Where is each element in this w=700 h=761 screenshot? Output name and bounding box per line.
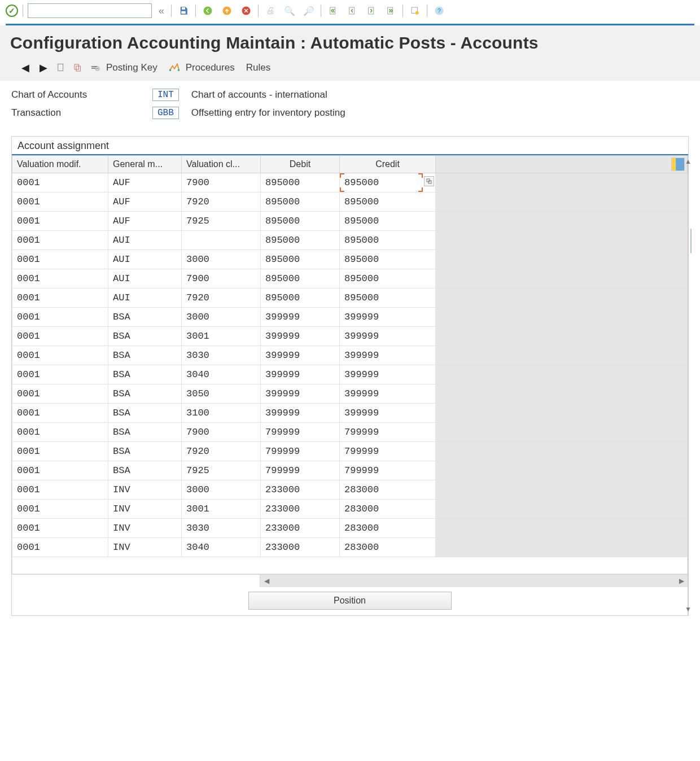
table-row[interactable]: 0001AUF7900895000895000 — [12, 173, 688, 193]
cell-valuation-modif[interactable]: 0001 — [12, 500, 108, 519]
cell-general-modif[interactable]: BSA — [108, 346, 182, 365]
cell-credit[interactable]: 399999 — [340, 365, 436, 384]
delete-icon[interactable] — [89, 63, 100, 73]
cell-credit[interactable]: 895000 — [340, 288, 436, 308]
cell-general-modif[interactable]: INV — [108, 480, 182, 500]
next-entry-icon[interactable]: ▶ — [37, 62, 50, 74]
cell-credit[interactable]: 399999 — [340, 346, 436, 365]
cell-credit[interactable]: 399999 — [340, 384, 436, 404]
cell-valuation-class[interactable]: 7900 — [182, 423, 261, 442]
cell-debit[interactable]: 895000 — [261, 250, 340, 269]
cell-valuation-class[interactable]: 7925 — [182, 212, 261, 231]
cell-valuation-modif[interactable]: 0001 — [12, 288, 108, 308]
cell-valuation-modif[interactable]: 0001 — [12, 269, 108, 288]
cell-credit[interactable]: 799999 — [340, 461, 436, 480]
col-debit[interactable]: Debit — [261, 156, 340, 173]
cell-valuation-class[interactable]: 7920 — [182, 193, 261, 212]
table-row[interactable]: 0001AUF7925895000895000 — [12, 212, 688, 231]
cell-general-modif[interactable]: BSA — [108, 423, 182, 442]
col-valuation-class[interactable]: Valuation cl... — [182, 156, 261, 173]
table-row[interactable]: 0001INV3030233000283000 — [12, 519, 688, 538]
table-row[interactable]: 0001BSA7925799999799999 — [12, 461, 688, 480]
cell-credit[interactable]: 283000 — [340, 519, 436, 538]
table-row[interactable]: 0001AUI3000895000895000 — [12, 250, 688, 269]
position-button[interactable]: Position — [248, 592, 452, 610]
scroll-thumb[interactable] — [690, 229, 692, 253]
col-valuation-modif[interactable]: Valuation modif. — [12, 156, 108, 173]
cell-valuation-modif[interactable]: 0001 — [12, 193, 108, 212]
cell-valuation-modif[interactable]: 0001 — [12, 365, 108, 384]
cancel-icon[interactable] — [239, 3, 253, 18]
cell-valuation-modif[interactable]: 0001 — [12, 442, 108, 461]
scroll-right-icon[interactable]: ▶ — [675, 575, 688, 587]
cell-debit[interactable]: 399999 — [261, 384, 340, 404]
table-row[interactable]: 0001BSA3001399999399999 — [12, 327, 688, 346]
col-general-modif[interactable]: General m... — [108, 156, 182, 173]
cell-debit[interactable]: 799999 — [261, 442, 340, 461]
cell-credit[interactable]: 895000 — [340, 173, 436, 193]
value-help-icon[interactable] — [424, 176, 434, 186]
cell-debit[interactable]: 399999 — [261, 404, 340, 423]
cell-debit[interactable]: 799999 — [261, 423, 340, 442]
cell-debit[interactable]: 399999 — [261, 365, 340, 384]
cell-general-modif[interactable]: AUI — [108, 288, 182, 308]
cell-credit[interactable]: 799999 — [340, 423, 436, 442]
cell-valuation-class[interactable]: 3001 — [182, 500, 261, 519]
cell-credit[interactable]: 283000 — [340, 480, 436, 500]
cell-valuation-class[interactable]: 7900 — [182, 269, 261, 288]
table-row[interactable]: 0001AUF7920895000895000 — [12, 193, 688, 212]
cell-valuation-class[interactable]: 7920 — [182, 288, 261, 308]
cell-valuation-modif[interactable]: 0001 — [12, 231, 108, 250]
rules-button[interactable]: Rules — [246, 62, 270, 73]
table-row[interactable]: 0001BSA3030399999399999 — [12, 346, 688, 365]
cell-general-modif[interactable]: BSA — [108, 308, 182, 327]
next-page-icon[interactable] — [364, 3, 379, 18]
cell-valuation-modif[interactable]: 0001 — [12, 423, 108, 442]
vertical-scrollbar[interactable]: ▲ ▼ — [688, 155, 688, 615]
cell-valuation-class[interactable] — [182, 231, 261, 250]
table-row[interactable]: 0001BSA3100399999399999 — [12, 404, 688, 423]
copy-icon[interactable] — [72, 63, 84, 73]
cell-general-modif[interactable]: AUI — [108, 231, 182, 250]
cell-debit[interactable]: 799999 — [261, 461, 340, 480]
cell-valuation-class[interactable]: 7920 — [182, 442, 261, 461]
procedures-icon[interactable] — [169, 63, 180, 73]
cell-debit[interactable]: 233000 — [261, 500, 340, 519]
exit-icon[interactable] — [220, 3, 234, 18]
cell-valuation-modif[interactable]: 0001 — [12, 327, 108, 346]
cell-general-modif[interactable]: BSA — [108, 461, 182, 480]
cell-valuation-modif[interactable]: 0001 — [12, 346, 108, 365]
cell-credit[interactable]: 399999 — [340, 327, 436, 346]
cell-valuation-class[interactable]: 3000 — [182, 308, 261, 327]
prev-page-icon[interactable] — [345, 3, 360, 18]
cell-debit[interactable]: 895000 — [261, 193, 340, 212]
cell-debit[interactable]: 895000 — [261, 212, 340, 231]
new-session-icon[interactable] — [408, 3, 422, 18]
cell-debit[interactable]: 233000 — [261, 538, 340, 557]
cell-valuation-modif[interactable]: 0001 — [12, 404, 108, 423]
cell-valuation-class[interactable]: 3040 — [182, 538, 261, 557]
posting-key-button[interactable]: Posting Key — [106, 62, 158, 73]
cell-valuation-modif[interactable]: 0001 — [12, 212, 108, 231]
cell-general-modif[interactable]: BSA — [108, 442, 182, 461]
cell-valuation-class[interactable]: 3001 — [182, 327, 261, 346]
cell-valuation-modif[interactable]: 0001 — [12, 308, 108, 327]
cell-valuation-class[interactable]: 3100 — [182, 404, 261, 423]
cell-general-modif[interactable]: BSA — [108, 365, 182, 384]
table-row[interactable]: 0001BSA7900799999799999 — [12, 423, 688, 442]
table-row[interactable]: 0001INV3000233000283000 — [12, 480, 688, 500]
cell-valuation-class[interactable]: 3000 — [182, 250, 261, 269]
col-credit[interactable]: Credit — [340, 156, 436, 173]
cell-general-modif[interactable]: BSA — [108, 327, 182, 346]
cell-credit[interactable]: 895000 — [340, 231, 436, 250]
first-page-icon[interactable] — [326, 3, 340, 18]
last-page-icon[interactable] — [383, 3, 398, 18]
cell-debit[interactable]: 895000 — [261, 269, 340, 288]
cell-debit[interactable]: 895000 — [261, 231, 340, 250]
cell-credit[interactable]: 799999 — [340, 442, 436, 461]
cell-valuation-modif[interactable]: 0001 — [12, 519, 108, 538]
cell-credit[interactable]: 895000 — [340, 193, 436, 212]
horizontal-scrollbar[interactable]: ◀ ▶ — [12, 574, 688, 587]
cell-valuation-class[interactable]: 3040 — [182, 365, 261, 384]
cell-valuation-modif[interactable]: 0001 — [12, 461, 108, 480]
